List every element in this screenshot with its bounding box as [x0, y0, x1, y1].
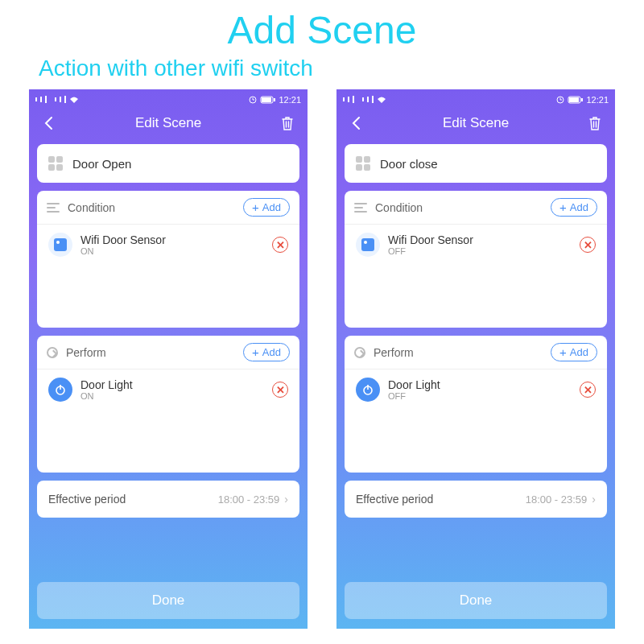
- add-condition-button[interactable]: +Add: [243, 198, 290, 217]
- plus-icon: +: [559, 201, 567, 213]
- back-arrow-icon: [41, 115, 57, 131]
- chevron-right-icon: ›: [284, 493, 288, 506]
- done-button[interactable]: Done: [37, 582, 299, 619]
- effective-period-row[interactable]: Effective period 18:00 - 23:59 ›: [37, 481, 299, 518]
- power-icon: [356, 378, 380, 402]
- delete-button[interactable]: [586, 114, 604, 132]
- condition-list-icon: [354, 203, 367, 213]
- content-area: Door close Condition +Add Wifi Door Sens…: [336, 139, 615, 629]
- status-bar: 12:21: [336, 89, 615, 107]
- status-right: 12:21: [555, 95, 609, 105]
- condition-header: Condition +Add: [345, 191, 607, 225]
- content-area: Door Open Condition +Add Wifi Door Senso…: [29, 139, 308, 629]
- perform-section: Perform +Add Door Light OFF ✕: [345, 336, 607, 473]
- phone-screen-1: 12:21 Edit Scene Door Open Condition +Ad…: [29, 89, 308, 629]
- plus-icon: +: [559, 346, 567, 358]
- condition-item-name: Wifi Door Sensor: [388, 233, 572, 246]
- add-label: Add: [570, 346, 588, 358]
- door-sensor-icon: [356, 233, 380, 257]
- svg-rect-4: [262, 97, 271, 102]
- effective-label: Effective period: [48, 493, 218, 506]
- perform-item-state: OFF: [388, 391, 572, 401]
- effective-period-row[interactable]: Effective period 18:00 - 23:59 ›: [345, 481, 607, 518]
- back-button[interactable]: [348, 114, 365, 132]
- effective-time: 18:00 - 23:59: [218, 493, 280, 506]
- alarm-icon: [555, 95, 565, 105]
- effective-time: 18:00 - 23:59: [526, 493, 588, 506]
- power-icon: [48, 378, 72, 402]
- add-perform-button[interactable]: +Add: [551, 343, 597, 361]
- page-heading: Add Scene: [0, 8, 644, 52]
- condition-item-name: Wifi Door Sensor: [80, 233, 264, 246]
- perform-item[interactable]: Door Light OFF ✕: [345, 369, 607, 410]
- screen-title: Edit Scene: [58, 115, 279, 131]
- status-bar: 12:21: [29, 89, 308, 107]
- add-perform-button[interactable]: +Add: [243, 343, 290, 361]
- svg-rect-12: [569, 97, 579, 102]
- remove-condition-button[interactable]: ✕: [272, 237, 288, 253]
- condition-item[interactable]: Wifi Door Sensor ON ✕: [37, 225, 299, 265]
- top-bar: Edit Scene: [336, 107, 615, 139]
- add-label: Add: [262, 346, 281, 358]
- perform-item-name: Door Light: [388, 378, 572, 391]
- plus-icon: +: [252, 346, 259, 358]
- plus-icon: +: [252, 201, 259, 213]
- svg-rect-5: [274, 98, 275, 101]
- scene-name-text: Door Open: [72, 157, 131, 171]
- scene-grid-icon: [356, 156, 370, 171]
- condition-title: Condition: [375, 201, 551, 214]
- alarm-icon: [248, 95, 258, 105]
- door-sensor-icon: [48, 233, 72, 257]
- top-bar: Edit Scene: [29, 107, 308, 139]
- delete-button[interactable]: [279, 114, 296, 132]
- remove-perform-button[interactable]: ✕: [580, 382, 596, 398]
- status-signal-icons: [35, 96, 79, 104]
- perform-section: Perform +Add Door Light ON ✕: [37, 336, 299, 473]
- perform-arrow-icon: [354, 347, 365, 358]
- condition-list-icon: [47, 203, 60, 213]
- add-condition-button[interactable]: +Add: [551, 198, 597, 217]
- perform-item-name: Door Light: [80, 378, 264, 391]
- screen-title: Edit Scene: [365, 115, 586, 131]
- condition-item-state: ON: [80, 246, 264, 256]
- back-arrow-icon: [349, 115, 365, 131]
- perform-title: Perform: [66, 346, 243, 359]
- add-label: Add: [262, 201, 281, 213]
- svg-rect-13: [581, 98, 583, 101]
- condition-section: Condition +Add Wifi Door Sensor ON ✕: [37, 191, 299, 328]
- done-button[interactable]: Done: [345, 582, 607, 619]
- phones-container: 12:21 Edit Scene Door Open Condition +Ad…: [0, 89, 644, 629]
- page-subheading: Action with other wifi switch: [39, 56, 644, 81]
- condition-header: Condition +Add: [37, 191, 299, 225]
- phone-screen-2: 12:21 Edit Scene Door close Condition +A…: [336, 89, 615, 629]
- status-right: 12:21: [248, 95, 301, 105]
- chevron-right-icon: ›: [592, 493, 596, 506]
- effective-label: Effective period: [356, 493, 526, 506]
- condition-title: Condition: [68, 201, 243, 214]
- remove-condition-button[interactable]: ✕: [580, 237, 596, 253]
- scene-name-row[interactable]: Door Open: [37, 144, 299, 183]
- scene-name-row[interactable]: Door close: [345, 144, 607, 183]
- remove-perform-button[interactable]: ✕: [272, 382, 288, 398]
- condition-section: Condition +Add Wifi Door Sensor OFF ✕: [345, 191, 607, 328]
- battery-icon: [260, 96, 276, 104]
- status-time: 12:21: [586, 95, 609, 105]
- trash-icon: [588, 115, 602, 131]
- scene-name-text: Door close: [380, 157, 438, 171]
- add-label: Add: [570, 201, 588, 213]
- condition-item-state: OFF: [388, 246, 572, 256]
- status-signal-icons: [343, 96, 386, 104]
- perform-header: Perform +Add: [37, 336, 299, 369]
- battery-icon: [568, 96, 584, 104]
- status-time: 12:21: [279, 95, 301, 105]
- condition-item[interactable]: Wifi Door Sensor OFF ✕: [345, 225, 607, 265]
- back-button[interactable]: [40, 114, 58, 132]
- scene-grid-icon: [48, 156, 63, 171]
- perform-item[interactable]: Door Light ON ✕: [37, 369, 299, 410]
- trash-icon: [280, 115, 295, 131]
- perform-header: Perform +Add: [345, 336, 607, 369]
- perform-arrow-icon: [47, 347, 58, 358]
- perform-title: Perform: [374, 346, 551, 359]
- perform-item-state: ON: [80, 391, 264, 401]
